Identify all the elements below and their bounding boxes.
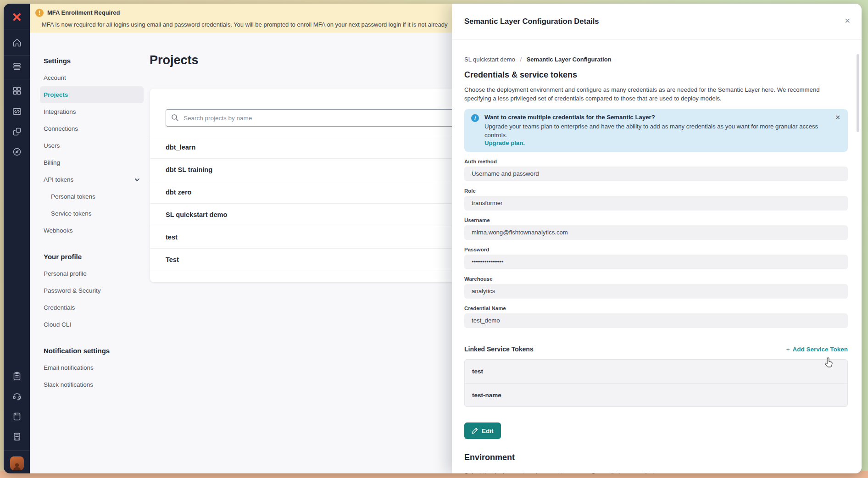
- upgrade-plan-link[interactable]: Upgrade plan.: [484, 139, 829, 146]
- nav-heading-settings: Settings: [40, 53, 144, 69]
- sidebar-item-personal-tokens[interactable]: Personal tokens: [40, 188, 144, 205]
- pencil-icon: [472, 428, 478, 434]
- info-banner-title: Want to create multiple credentials for …: [484, 114, 829, 121]
- sidebar-item-connections[interactable]: Connections: [40, 120, 144, 137]
- mfa-banner-title: MFA Enrollment Required: [47, 9, 120, 16]
- warehouse-label: Warehouse: [464, 276, 848, 282]
- scrollbar-thumb[interactable]: [857, 54, 859, 132]
- breadcrumb-parent[interactable]: SL quickstart demo: [464, 56, 515, 63]
- deploy-stack-icon[interactable]: [4, 58, 30, 75]
- drawer-title: Semantic Layer Configuration Details: [464, 17, 599, 26]
- drawer-body: SL quickstart demo / Semantic Layer Conf…: [452, 39, 862, 473]
- semantic-layer-drawer: Semantic Layer Configuration Details ✕ S…: [452, 4, 862, 473]
- organization-icon[interactable]: [4, 428, 30, 445]
- username-field: mirna.wong@fishtownanalytics.com: [464, 225, 848, 240]
- drawer-header: Semantic Layer Configuration Details ✕: [452, 4, 862, 39]
- sidebar-item-integrations[interactable]: Integrations: [40, 103, 144, 120]
- sidebar-item-users[interactable]: Users: [40, 137, 144, 154]
- mfa-banner: ! MFA Enrollment Required MFA is now req…: [30, 4, 452, 33]
- breadcrumb-current: Semantic Layer Configuration: [527, 56, 612, 63]
- sidebar-item-cloud-cli[interactable]: Cloud CLI: [40, 316, 144, 333]
- search-input[interactable]: [166, 109, 487, 127]
- credentials-section-desc: Choose the deployment environment and co…: [464, 85, 848, 103]
- password-field: •••••••••••••••: [464, 255, 848, 269]
- nav-heading-your-profile: Your profile: [40, 249, 144, 265]
- credential-name-label: Credential Name: [464, 306, 848, 311]
- list-item[interactable]: test-name: [465, 383, 847, 406]
- orchestrate-branch-icon[interactable]: [4, 123, 30, 140]
- sidebar-item-api-tokens[interactable]: API tokens: [40, 171, 144, 188]
- close-icon[interactable]: ✕: [835, 114, 840, 121]
- linked-service-tokens-title: Linked Service Tokens: [464, 345, 534, 353]
- role-field: transformer: [464, 196, 848, 211]
- project-search: [166, 109, 487, 127]
- username-label: Username: [464, 217, 848, 223]
- password-label: Password: [464, 247, 848, 252]
- auth-method-field: Username and password: [464, 167, 848, 181]
- chevron-down-icon: [134, 177, 140, 183]
- dbt-logo[interactable]: ✕: [4, 9, 30, 26]
- sidebar-item-label: API tokens: [44, 176, 73, 183]
- explore-compass-icon[interactable]: [4, 144, 30, 160]
- breadcrumb-separator: /: [520, 56, 522, 63]
- nav-heading-notification-settings: Notification settings: [40, 343, 144, 359]
- upgrade-info-banner: i Want to create multiple credentials fo…: [464, 109, 848, 152]
- dashboard-grid-icon[interactable]: [4, 83, 30, 99]
- warning-icon: !: [35, 9, 44, 17]
- app-window: ! MFA Enrollment Required MFA is now req…: [4, 4, 862, 473]
- environment-section-title: Environment: [464, 453, 848, 462]
- environment-section-desc: Select the deployment environment to run…: [464, 472, 848, 473]
- develop-code-icon[interactable]: [4, 103, 30, 120]
- user-avatar[interactable]: [4, 455, 30, 472]
- credentials-section-title: Credentials & service tokens: [464, 70, 848, 80]
- credentials-form: Auth method Username and password Role t…: [464, 159, 848, 328]
- app-rail: ✕: [4, 4, 30, 473]
- mfa-banner-body: MFA is now required for all logins using…: [42, 21, 447, 28]
- add-service-token-label: Add Service Token: [792, 346, 848, 353]
- edit-button[interactable]: Edit: [464, 422, 501, 439]
- sidebar-item-webhooks[interactable]: Webhooks: [40, 222, 144, 239]
- info-icon: i: [471, 114, 479, 122]
- credential-name-field: test_demo: [464, 313, 848, 328]
- warehouse-field: analytics: [464, 284, 848, 299]
- sidebar-item-password-security[interactable]: Password & Security: [40, 282, 144, 299]
- service-token-list: test test-name: [464, 359, 848, 407]
- auth-method-label: Auth method: [464, 159, 848, 164]
- sidebar-item-projects[interactable]: Projects: [40, 86, 144, 103]
- tasks-clipboard-icon[interactable]: [4, 368, 30, 384]
- sidebar-item-service-tokens[interactable]: Service tokens: [40, 205, 144, 222]
- list-item[interactable]: test: [465, 360, 847, 383]
- linked-service-tokens-header: Linked Service Tokens +Add Service Token: [464, 345, 848, 353]
- close-icon[interactable]: ✕: [845, 17, 851, 25]
- add-service-token-button[interactable]: +Add Service Token: [786, 346, 848, 353]
- home-icon[interactable]: [4, 34, 30, 51]
- sidebar-item-account[interactable]: Account: [40, 69, 144, 86]
- sidebar-item-billing[interactable]: Billing: [40, 154, 144, 171]
- plus-icon: +: [786, 346, 790, 353]
- support-headset-icon[interactable]: [4, 388, 30, 404]
- sidebar-item-email-notifications[interactable]: Email notifications: [40, 359, 144, 376]
- edit-button-label: Edit: [482, 428, 494, 434]
- settings-nav: Settings Account Projects Integrations C…: [40, 53, 144, 393]
- role-label: Role: [464, 188, 848, 194]
- breadcrumb: SL quickstart demo / Semantic Layer Conf…: [464, 56, 848, 63]
- sidebar-item-slack-notifications[interactable]: Slack notifications: [40, 376, 144, 393]
- sidebar-item-personal-profile[interactable]: Personal profile: [40, 265, 144, 282]
- search-icon: [171, 114, 179, 123]
- page-title: Projects: [150, 53, 199, 67]
- info-banner-body: Upgrade your teams plan to enterprise an…: [484, 122, 829, 139]
- sidebar-item-credentials[interactable]: Credentials: [40, 299, 144, 316]
- docs-book-icon[interactable]: [4, 408, 30, 425]
